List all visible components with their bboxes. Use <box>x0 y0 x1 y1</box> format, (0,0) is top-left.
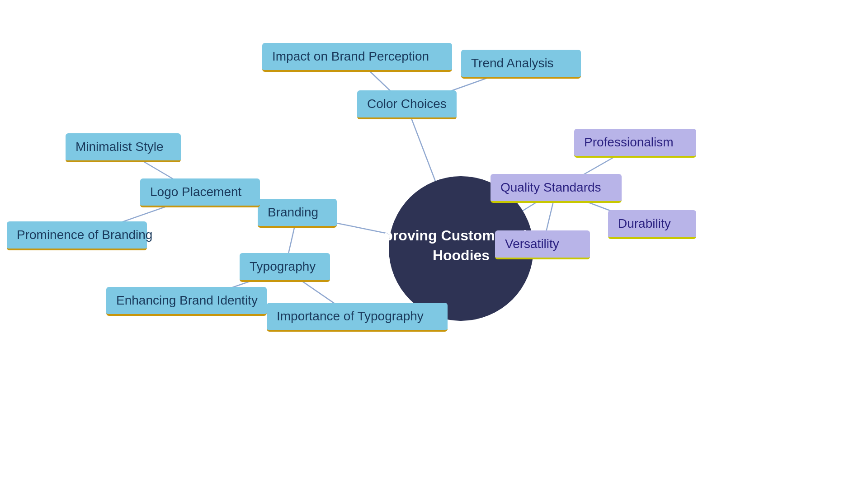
node-color-choices[interactable]: Color Choices <box>357 90 457 119</box>
node-trend-analysis[interactable]: Trend Analysis <box>461 50 581 79</box>
node-professionalism[interactable]: Professionalism <box>574 129 696 158</box>
node-logo-placement[interactable]: Logo Placement <box>140 178 260 207</box>
node-durability[interactable]: Durability <box>608 210 696 239</box>
node-typography[interactable]: Typography <box>240 253 330 282</box>
node-importance-typography[interactable]: Importance of Typography <box>267 303 448 332</box>
node-branding[interactable]: Branding <box>258 199 337 228</box>
svg-text:Hoodies: Hoodies <box>433 247 490 263</box>
node-impact-brand[interactable]: Impact on Brand Perception <box>262 43 452 72</box>
node-enhancing-brand[interactable]: Enhancing Brand Identity <box>106 287 267 316</box>
node-versatility[interactable]: Versatility <box>495 230 590 259</box>
node-quality-standards[interactable]: Quality Standards <box>491 174 622 203</box>
node-prominence-branding[interactable]: Prominence of Branding <box>7 221 147 250</box>
node-minimalist-style[interactable]: Minimalist Style <box>66 133 181 162</box>
